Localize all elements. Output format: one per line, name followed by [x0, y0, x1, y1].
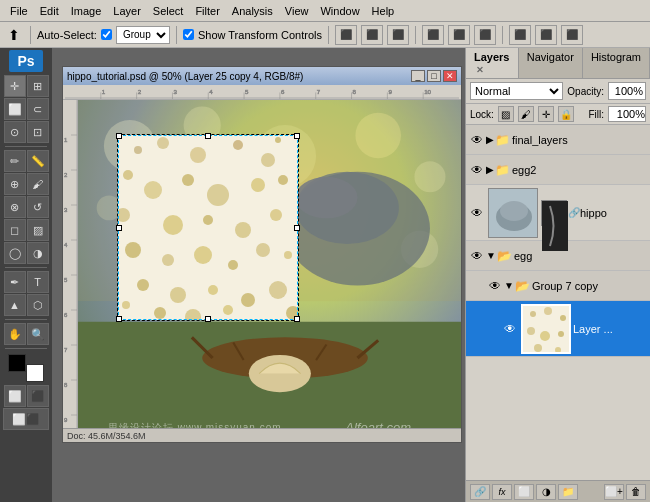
align-center-v-button[interactable]: ⬛: [448, 25, 470, 45]
menu-filter[interactable]: Filter: [189, 3, 225, 19]
shape-tool[interactable]: ⬡: [27, 294, 49, 316]
align-center-h-button[interactable]: ⬛: [361, 25, 383, 45]
handle-bm[interactable]: [205, 316, 211, 322]
menu-layer[interactable]: Layer: [107, 3, 147, 19]
handle-bl[interactable]: [116, 316, 122, 322]
background-color-swatch[interactable]: [26, 364, 44, 382]
lock-position-button[interactable]: ✛: [538, 106, 554, 122]
opacity-input[interactable]: [608, 82, 646, 100]
handle-br[interactable]: [294, 316, 300, 322]
lock-transparent-button[interactable]: ▨: [498, 106, 514, 122]
quick-select-tool[interactable]: ⊙: [4, 121, 26, 143]
zoom-tool[interactable]: 🔍: [27, 323, 49, 345]
align-bottom-button[interactable]: ⬛: [474, 25, 496, 45]
blend-mode-dropdown[interactable]: Normal Dissolve Multiply Screen Overlay: [470, 82, 563, 100]
healing-tool[interactable]: ⊕: [4, 173, 26, 195]
adjustment-button[interactable]: ◑: [536, 484, 556, 500]
menu-view[interactable]: View: [279, 3, 315, 19]
show-transform-checkbox[interactable]: [183, 29, 194, 40]
layer-expand-egg[interactable]: ▼: [486, 250, 496, 261]
link-layers-button[interactable]: 🔗: [470, 484, 490, 500]
minimize-button[interactable]: _: [411, 70, 425, 82]
artboard-tool[interactable]: ⊞: [27, 75, 49, 97]
distribute-button-3[interactable]: ⬛: [561, 25, 583, 45]
gradient-tool[interactable]: ▨: [27, 219, 49, 241]
fill-input[interactable]: [608, 106, 646, 122]
add-mask-button[interactable]: ⬜: [514, 484, 534, 500]
layer-item-final-layers[interactable]: 👁 ▶ 📁 final_layers: [466, 125, 650, 155]
layer-visibility-final-layers[interactable]: 👁: [468, 131, 486, 149]
layer-item-egg2[interactable]: 👁 ▶ 📁 egg2: [466, 155, 650, 185]
new-layer-button[interactable]: ⬜+: [604, 484, 624, 500]
layer-expand-egg2[interactable]: ▶: [486, 164, 494, 175]
path-select-tool[interactable]: ▲: [4, 294, 26, 316]
layer-expand-final-layers[interactable]: ▶: [486, 134, 494, 145]
maximize-button[interactable]: □: [427, 70, 441, 82]
layer-visibility-group7copy[interactable]: 👁: [486, 277, 504, 295]
layers-tab-close[interactable]: ✕: [476, 65, 484, 75]
ruler-measure-tool[interactable]: 📏: [27, 150, 49, 172]
clone-tool[interactable]: ⊗: [4, 196, 26, 218]
menu-image[interactable]: Image: [65, 3, 108, 19]
distribute-button-2[interactable]: ⬛: [535, 25, 557, 45]
brush-tool[interactable]: 🖌: [27, 173, 49, 195]
delete-layer-button[interactable]: 🗑: [626, 484, 646, 500]
menu-select[interactable]: Select: [147, 3, 190, 19]
lock-all-button[interactable]: 🔒: [558, 106, 574, 122]
canvas-image[interactable]: 思缘设计论坛 www.missyuan.com Alfoart.com: [78, 100, 461, 440]
layer-expand-group7copy[interactable]: ▼: [504, 280, 514, 291]
distribute-button-1[interactable]: ⬛: [509, 25, 531, 45]
autoselect-dropdown[interactable]: Group Layer: [116, 26, 170, 44]
lock-image-button[interactable]: 🖌: [518, 106, 534, 122]
close-button[interactable]: ✕: [443, 70, 457, 82]
layer-item-group7copy[interactable]: 👁 ▼ 📂 Group 7 copy: [466, 271, 650, 301]
standard-mode-button[interactable]: ⬜: [4, 385, 26, 407]
menu-help[interactable]: Help: [366, 3, 401, 19]
move-tool-arrow[interactable]: ⬆: [4, 25, 24, 45]
fx-button[interactable]: fx: [492, 484, 512, 500]
layer-visibility-egg2[interactable]: 👁: [468, 161, 486, 179]
autoselect-checkbox[interactable]: [101, 29, 112, 40]
screen-mode-button[interactable]: ⬜⬛: [3, 408, 49, 430]
handle-tl[interactable]: [116, 133, 122, 139]
blur-tool[interactable]: ◯: [4, 242, 26, 264]
tab-layers[interactable]: Layers ✕: [466, 48, 519, 78]
handle-ml[interactable]: [116, 225, 122, 231]
layer-visibility-active[interactable]: 👁: [501, 320, 519, 338]
layer-visibility-egg[interactable]: 👁: [468, 247, 486, 265]
handle-mr[interactable]: [294, 225, 300, 231]
align-right-button[interactable]: ⬛: [387, 25, 409, 45]
handle-tr[interactable]: [294, 133, 300, 139]
eraser-tool[interactable]: ◻: [4, 219, 26, 241]
marquee-tool[interactable]: ⬜: [4, 98, 26, 120]
toolbox: Ps ✛ ⊞ ⬜ ⊂ ⊙ ⊡ ✏ 📏 ⊕ 🖌 ⊗ ↺ ◻ ▨: [0, 48, 52, 502]
quick-mask-button[interactable]: ⬛: [27, 385, 49, 407]
lasso-tool[interactable]: ⊂: [27, 98, 49, 120]
history-tool[interactable]: ↺: [27, 196, 49, 218]
menu-file[interactable]: File: [4, 3, 34, 19]
move-tool[interactable]: ✛: [4, 75, 26, 97]
align-left-button[interactable]: ⬛: [335, 25, 357, 45]
new-group-button[interactable]: 📁: [558, 484, 578, 500]
layer-item-active[interactable]: 👁 Layer ...: [466, 301, 650, 357]
crop-tool[interactable]: ⊡: [27, 121, 49, 143]
type-tool[interactable]: T: [27, 271, 49, 293]
menu-analysis[interactable]: Analysis: [226, 3, 279, 19]
layer-visibility-hippo[interactable]: 👁: [468, 204, 486, 222]
eyedropper-tool[interactable]: ✏: [4, 150, 26, 172]
align-top-button[interactable]: ⬛: [422, 25, 444, 45]
tab-navigator[interactable]: Navigator: [519, 48, 583, 78]
handle-tm[interactable]: [205, 133, 211, 139]
tool-group-10: ▲ ⬡: [4, 294, 49, 316]
foreground-color-swatch[interactable]: [8, 354, 26, 372]
menu-window[interactable]: Window: [314, 3, 365, 19]
dodge-tool[interactable]: ◑: [27, 242, 49, 264]
tool-group-2: ⬜ ⊂: [4, 98, 49, 120]
folder-icon-egg2: 📁: [495, 163, 510, 177]
pen-tool[interactable]: ✒: [4, 271, 26, 293]
tab-histogram[interactable]: Histogram: [583, 48, 650, 78]
tool-divider-1: [5, 146, 47, 147]
menu-edit[interactable]: Edit: [34, 3, 65, 19]
hand-tool[interactable]: ✋: [4, 323, 26, 345]
layer-item-hippo[interactable]: 👁 🔗 hippo: [466, 185, 650, 241]
